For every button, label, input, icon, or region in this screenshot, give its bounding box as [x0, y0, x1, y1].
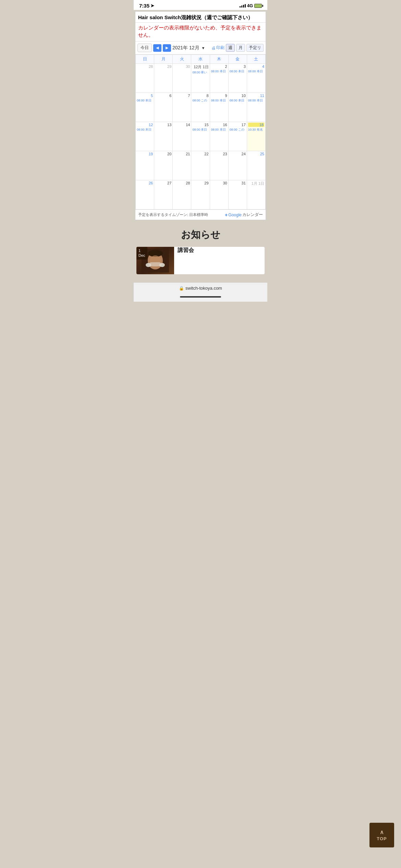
- google-calendar-button[interactable]: + Google カレンダー: [225, 212, 263, 218]
- day-number: 22: [192, 152, 208, 156]
- day-number: 28: [174, 181, 190, 185]
- calendar-event[interactable]: 10:30 有名: [248, 128, 264, 132]
- news-thumbnail: 1 Dec: [136, 247, 174, 274]
- calendar-event[interactable]: 08:00 この: [230, 128, 246, 132]
- calendar-cell[interactable]: 29: [191, 180, 210, 209]
- news-date-day: 1: [138, 248, 145, 253]
- calendar-cell[interactable]: 13: [154, 122, 173, 151]
- calendar-cell[interactable]: 1608:00 本日: [210, 122, 228, 151]
- month-view-button[interactable]: 月: [236, 44, 245, 52]
- day-number: 2: [211, 64, 227, 69]
- printer-icon: 🖨: [211, 46, 216, 50]
- calendar-cell[interactable]: 1008:00 本日: [228, 93, 247, 122]
- calendar-cell[interactable]: 1708:00 この: [228, 122, 247, 151]
- calendar-event[interactable]: 08:00 寒い: [192, 70, 208, 75]
- day-number: 14: [174, 123, 190, 127]
- calendar-event[interactable]: 08:00 本日: [230, 98, 246, 103]
- battery-icon: [254, 4, 262, 8]
- dropdown-icon[interactable]: ▼: [202, 46, 205, 50]
- news-date-badge: 1 Dec: [136, 247, 147, 260]
- calendar-week-row: 2627282930311月 1日: [136, 180, 266, 209]
- oshirase-section: お知らせ: [134, 221, 267, 277]
- calendar-cell[interactable]: 908:00 本日: [210, 93, 228, 122]
- calendar-event[interactable]: 08:00 本日: [137, 128, 153, 132]
- day-number: 19: [137, 152, 153, 156]
- calendar-event[interactable]: 08:00 この: [192, 98, 208, 103]
- calendar-cell[interactable]: 808:00 この: [191, 93, 210, 122]
- calendar-event[interactable]: 08:00 本日: [137, 98, 153, 103]
- calendar-cell[interactable]: 28: [136, 64, 154, 93]
- calendar-cell[interactable]: 31: [228, 180, 247, 209]
- oshirase-title: お知らせ: [136, 228, 265, 241]
- day-number: 17: [230, 123, 246, 127]
- calendar-event[interactable]: 08:00 本日: [211, 128, 227, 132]
- calendar-cell[interactable]: 29: [154, 64, 173, 93]
- day-number: 31: [230, 181, 246, 185]
- status-time: 7:35 ➤: [139, 3, 154, 9]
- calendar-event[interactable]: 08:00 本日: [248, 69, 264, 74]
- calendar-cell[interactable]: 7: [173, 93, 191, 122]
- news-card[interactable]: 1 Dec 講習会: [136, 247, 265, 274]
- day-number: 20: [155, 152, 171, 156]
- calendar-cell[interactable]: 20: [154, 151, 173, 180]
- calendar-cell[interactable]: 30: [210, 180, 228, 209]
- prev-month-button[interactable]: ◀: [153, 44, 161, 52]
- calendar-week-row: 19202122232425: [136, 151, 266, 180]
- calendar-event[interactable]: 08:00 本日: [230, 69, 246, 74]
- calendar-cell[interactable]: 1108:00 本日: [247, 93, 265, 122]
- day-number: 5: [137, 94, 153, 98]
- day-number: 6: [155, 94, 171, 98]
- signal-icon: [240, 4, 246, 8]
- calendar-cell[interactable]: 30: [173, 64, 191, 93]
- calendar-cell[interactable]: 1月 1日: [247, 180, 265, 209]
- calendar-cell[interactable]: 22: [191, 151, 210, 180]
- calendar-cell[interactable]: 21: [173, 151, 191, 180]
- calendar-cell[interactable]: 308:00 本日: [228, 64, 247, 93]
- calendar-cell[interactable]: 1810:30 有名: [247, 122, 265, 151]
- week-view-button[interactable]: 週: [226, 44, 235, 52]
- header-wed: 水: [191, 55, 210, 64]
- day-number: 12: [137, 123, 153, 127]
- calendar-cell[interactable]: 14: [173, 122, 191, 151]
- calendar-cell[interactable]: 25: [247, 151, 265, 180]
- calendar-event[interactable]: 08:00 本日: [192, 128, 208, 132]
- calendar-cell[interactable]: 508:00 本日: [136, 93, 154, 122]
- home-indicator: [134, 293, 267, 302]
- day-number: 7: [174, 94, 190, 98]
- day-number: 15: [192, 123, 208, 127]
- calendar-cell[interactable]: 12月 1日08:00 寒い: [191, 64, 210, 93]
- calendar-cell[interactable]: 408:00 本日: [247, 64, 265, 93]
- calendar-cell[interactable]: 19: [136, 151, 154, 180]
- day-number: 24: [230, 152, 246, 156]
- calendar-cell[interactable]: 26: [136, 180, 154, 209]
- day-number: 4: [248, 64, 264, 69]
- calendar-event[interactable]: 08:00 本日: [211, 98, 227, 103]
- next-month-button[interactable]: ▶: [163, 44, 171, 52]
- calendar-event[interactable]: 08:00 本日: [211, 69, 227, 74]
- calendar-cell[interactable]: 208:00 本日: [210, 64, 228, 93]
- google-cal-text: カレンダー: [242, 212, 263, 218]
- day-number: 23: [211, 152, 227, 156]
- calendar-cell[interactable]: 1208:00 本日: [136, 122, 154, 151]
- day-number: 28: [137, 64, 153, 69]
- today-button[interactable]: 今日: [137, 44, 152, 52]
- calendar-event[interactable]: 08:00 本日: [248, 98, 264, 103]
- calendar-cell[interactable]: 28: [173, 180, 191, 209]
- calendar-cell[interactable]: 23: [210, 151, 228, 180]
- calendar-footer: 予定を表示するタイムゾーン: 日本標準時 + Google カレンダー: [135, 209, 266, 220]
- calendar-cell[interactable]: 27: [154, 180, 173, 209]
- schedule-view-button[interactable]: 予定リ: [246, 44, 264, 52]
- calendar-cell[interactable]: 6: [154, 93, 173, 122]
- day-number: 27: [155, 181, 171, 185]
- calendar-cell[interactable]: 24: [228, 151, 247, 180]
- month-label: 2021年 12月 ▼: [172, 45, 210, 51]
- print-button[interactable]: 🖨 印刷: [211, 45, 224, 51]
- google-text: Google: [228, 213, 242, 217]
- day-number: 8: [192, 94, 208, 98]
- header-fri: 金: [228, 55, 247, 64]
- lock-icon: 🔒: [179, 286, 184, 291]
- svg-point-6: [159, 263, 165, 267]
- news-title: 講習会: [178, 247, 194, 254]
- calendar-cell[interactable]: 1508:00 本日: [191, 122, 210, 151]
- day-number: 3: [230, 64, 246, 69]
